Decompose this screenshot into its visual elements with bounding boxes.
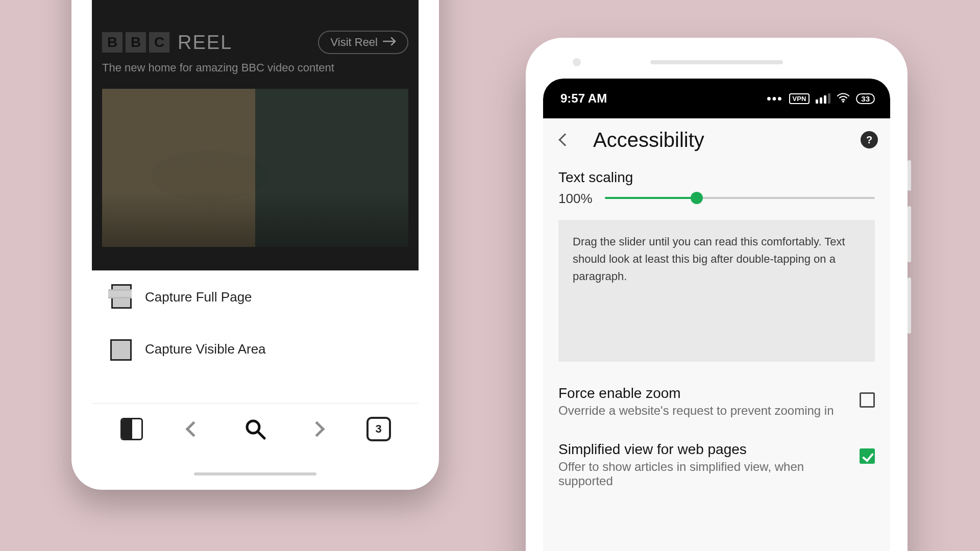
logo-letter: B bbox=[102, 32, 122, 53]
simplified-view-row[interactable]: Simplified view for web pages Offer to s… bbox=[558, 418, 875, 488]
status-bar: 9:57 AM ••• VPN 33 bbox=[543, 79, 890, 118]
battery-indicator: 33 bbox=[856, 93, 875, 104]
logo-word: REEL bbox=[178, 32, 232, 54]
nav-back-button[interactable] bbox=[181, 417, 206, 441]
nav-forward-button[interactable] bbox=[305, 417, 329, 441]
logo-letter: C bbox=[149, 32, 169, 53]
hero-video-thumbnail[interactable] bbox=[102, 89, 408, 247]
chevron-left-icon bbox=[186, 421, 202, 437]
more-dots-icon: ••• bbox=[767, 91, 782, 106]
force-zoom-title: Force enable zoom bbox=[558, 385, 844, 402]
app-bar: Accessibility ? bbox=[543, 118, 890, 161]
svg-point-2 bbox=[842, 101, 844, 103]
phone-left-screen: B B C REEL Visit Reel The new home for a… bbox=[92, 0, 419, 454]
chevron-right-icon bbox=[309, 421, 325, 437]
tab-count-badge: 3 bbox=[366, 417, 391, 441]
text-scaling-value: 100% bbox=[558, 191, 593, 207]
phone-right-screen: 9:57 AM ••• VPN 33 Accessibility ? Text … bbox=[543, 79, 890, 551]
capture-visible-area-icon bbox=[109, 338, 131, 360]
force-zoom-subtitle: Override a website's request to prevent … bbox=[558, 404, 844, 418]
logo-letter: B bbox=[126, 32, 146, 53]
capture-full-page-option[interactable]: Capture Full Page bbox=[92, 271, 419, 323]
svg-line-1 bbox=[258, 432, 264, 438]
phone-side-button bbox=[908, 206, 911, 262]
text-scaling-sample: Drag the slider until you can read this … bbox=[558, 220, 875, 362]
capture-bottom-sheet: Capture Full Page Capture Visible Area bbox=[92, 270, 419, 403]
simplified-view-checkbox[interactable] bbox=[860, 448, 875, 464]
wifi-icon bbox=[837, 91, 850, 106]
tabs-button[interactable]: 3 bbox=[366, 417, 391, 441]
panel-toggle-button[interactable] bbox=[119, 417, 144, 441]
phone-mock-left: B B C REEL Visit Reel The new home for a… bbox=[71, 0, 439, 490]
capture-visible-area-option[interactable]: Capture Visible Area bbox=[92, 323, 419, 375]
panel-icon bbox=[120, 418, 143, 440]
browser-dimmed-page: B B C REEL Visit Reel The new home for a… bbox=[92, 0, 419, 270]
simplified-view-title: Simplified view for web pages bbox=[558, 441, 844, 458]
search-icon bbox=[244, 418, 266, 440]
phone-camera-dot bbox=[573, 58, 581, 66]
bbc-reel-logo: B B C REEL bbox=[102, 32, 232, 54]
text-scaling-label: Text scaling bbox=[558, 169, 875, 186]
browser-bottom-toolbar: 3 bbox=[92, 403, 419, 454]
page-title: Accessibility bbox=[593, 129, 704, 152]
visit-reel-label: Visit Reel bbox=[330, 36, 378, 49]
capture-full-page-label: Capture Full Page bbox=[145, 289, 252, 305]
phone-side-button bbox=[908, 160, 911, 191]
capture-full-page-icon bbox=[109, 286, 131, 308]
chevron-left-icon bbox=[558, 133, 571, 146]
visit-reel-button[interactable]: Visit Reel bbox=[318, 31, 408, 54]
home-indicator bbox=[194, 472, 316, 475]
back-button[interactable] bbox=[553, 135, 577, 144]
help-button[interactable]: ? bbox=[861, 131, 878, 148]
phone-side-button bbox=[908, 278, 911, 334]
slider-fill bbox=[605, 197, 697, 199]
slider-thumb-icon[interactable] bbox=[691, 192, 703, 204]
phone-speaker-slot bbox=[650, 60, 783, 64]
capture-visible-area-label: Capture Visible Area bbox=[145, 341, 266, 357]
phone-mock-right: 9:57 AM ••• VPN 33 Accessibility ? Text … bbox=[526, 38, 908, 551]
force-zoom-checkbox[interactable] bbox=[860, 392, 875, 408]
page-tagline: The new home for amazing BBC video conte… bbox=[102, 61, 408, 74]
status-time: 9:57 AM bbox=[560, 91, 607, 106]
cell-signal-icon bbox=[816, 93, 830, 104]
arrow-right-icon bbox=[383, 36, 396, 49]
text-scaling-slider[interactable] bbox=[605, 197, 875, 199]
simplified-view-subtitle: Offer to show articles in simplified vie… bbox=[558, 460, 844, 488]
settings-content: Text scaling 100% Drag the slider until … bbox=[543, 161, 890, 488]
question-icon: ? bbox=[866, 134, 872, 146]
search-button[interactable] bbox=[243, 417, 267, 441]
vpn-indicator: VPN bbox=[789, 93, 810, 104]
force-enable-zoom-row[interactable]: Force enable zoom Override a website's r… bbox=[558, 362, 875, 418]
